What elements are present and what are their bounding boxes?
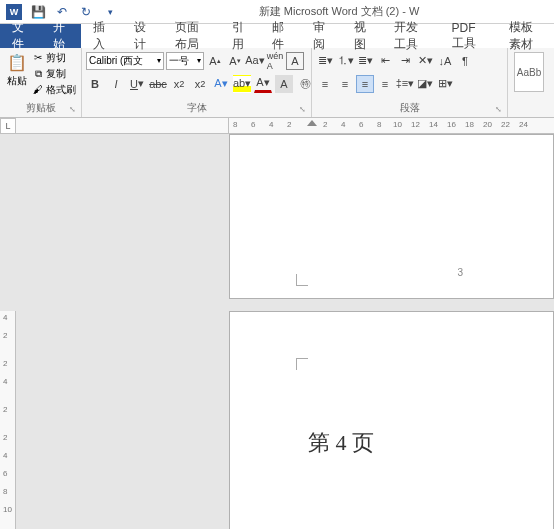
bullets-button[interactable]: ≣▾ — [316, 52, 334, 70]
tab-home[interactable]: 开始 — [41, 24, 82, 48]
char-border-button[interactable]: A — [286, 52, 304, 70]
numbering-button[interactable]: ⒈▾ — [336, 52, 354, 70]
decrease-indent-button[interactable]: ⇤ — [376, 52, 394, 70]
ruler-horizontal[interactable]: L 8 6 4 2 2 4 6 8 10 12 14 16 18 20 22 2… — [0, 118, 554, 134]
qat-more-icon[interactable]: ▾ — [102, 4, 118, 20]
group-paragraph: ≣▾ ⒈▾ ≣▾ ⇤ ⇥ ✕▾ ↓A ¶ ≡ ≡ ≡ ≡ ‡≡▾ ◪▾ ⊞▾ 段… — [312, 48, 508, 117]
grow-font-button[interactable]: A▴ — [206, 52, 224, 70]
page-previous[interactable]: 3 — [229, 134, 554, 299]
format-painter-label: 格式刷 — [46, 83, 76, 97]
ruler-tick: 18 — [465, 120, 474, 129]
ruler-vertical[interactable]: 4 2 2 4 2 2 4 6 8 10 — [0, 311, 16, 529]
align-justify-button[interactable]: ≡ — [356, 75, 374, 93]
redo-icon[interactable]: ↻ — [78, 4, 94, 20]
ruler-tick: 14 — [429, 120, 438, 129]
tab-view[interactable]: 视图 — [342, 24, 383, 48]
copy-label: 复制 — [46, 67, 66, 81]
ruler-tick: 10 — [393, 120, 402, 129]
shading-button[interactable]: ◪▾ — [416, 75, 434, 93]
show-marks-button[interactable]: ¶ — [456, 52, 474, 70]
cut-label: 剪切 — [46, 51, 66, 65]
format-painter-button[interactable]: 🖌格式刷 — [32, 82, 76, 97]
change-case-button[interactable]: Aa▾ — [246, 52, 264, 70]
tab-mailings[interactable]: 邮件 — [260, 24, 301, 48]
qat: W 💾 ↶ ↻ ▾ — [0, 4, 124, 20]
tab-review[interactable]: 审阅 — [301, 24, 342, 48]
font-name-combo[interactable]: Calibri (西文▾ — [86, 52, 164, 70]
phonetic-guide-button[interactable]: wénA — [266, 52, 284, 70]
page-body-text[interactable]: 第 4 页 — [308, 428, 374, 458]
ruler-h-scale: 8 6 4 2 2 4 6 8 10 12 14 16 18 20 22 24 — [229, 118, 554, 133]
style-preview[interactable]: AaBb — [514, 52, 544, 92]
tab-developer[interactable]: 开发工具 — [382, 24, 439, 48]
ruler-vtick: 2 — [3, 405, 7, 414]
clipboard-launcher-icon[interactable]: ⤡ — [69, 105, 79, 115]
save-icon[interactable]: 💾 — [30, 4, 46, 20]
cut-icon: ✂ — [32, 52, 44, 64]
undo-icon[interactable]: ↶ — [54, 4, 70, 20]
indent-marker-icon[interactable] — [307, 120, 317, 126]
sort-button[interactable]: ↓A — [436, 52, 454, 70]
shrink-font-button[interactable]: A▾ — [226, 52, 244, 70]
font-launcher-icon[interactable]: ⤡ — [299, 105, 309, 115]
text-effects-button[interactable]: A▾ — [212, 75, 230, 93]
align-center-button[interactable]: ≡ — [336, 75, 354, 93]
word-icon: W — [6, 4, 22, 20]
tab-references[interactable]: 引用 — [220, 24, 261, 48]
tab-file[interactable]: 文件 — [0, 24, 41, 48]
ruler-tick: 12 — [411, 120, 420, 129]
clipboard-group-label: 剪贴板 — [4, 101, 77, 115]
tab-design[interactable]: 设计 — [122, 24, 163, 48]
font-size-combo[interactable]: 一号▾ — [166, 52, 204, 70]
italic-button[interactable]: I — [107, 75, 125, 93]
ruler-vtick: 10 — [3, 505, 12, 514]
ruler-vtick: 4 — [3, 377, 7, 386]
page-current[interactable]: 第 4 页 — [229, 311, 554, 529]
document-area: L 8 6 4 2 2 4 6 8 10 12 14 16 18 20 22 2… — [0, 118, 554, 529]
superscript-button[interactable]: x2 — [191, 75, 209, 93]
tab-insert[interactable]: 插入 — [81, 24, 122, 48]
borders-button[interactable]: ⊞▾ — [436, 75, 454, 93]
ruler-tick: 6 — [359, 120, 363, 129]
font-color-button[interactable]: A▾ — [254, 75, 272, 93]
asian-layout-button[interactable]: ✕▾ — [416, 52, 434, 70]
brush-icon: 🖌 — [32, 84, 44, 96]
multilevel-button[interactable]: ≣▾ — [356, 52, 374, 70]
ruler-corner[interactable]: L — [0, 118, 16, 134]
ruler-vtick: 8 — [3, 487, 7, 496]
ruler-tick: 22 — [501, 120, 510, 129]
chevron-down-icon: ▾ — [157, 56, 161, 65]
underline-button[interactable]: U▾ — [128, 75, 146, 93]
ruler-tick: 4 — [269, 120, 273, 129]
tab-layout[interactable]: 页面布局 — [163, 24, 220, 48]
increase-indent-button[interactable]: ⇥ — [396, 52, 414, 70]
paste-button[interactable]: 📋 粘贴 — [4, 50, 30, 88]
line-spacing-button[interactable]: ‡≡▾ — [396, 75, 414, 93]
tab-templates[interactable]: 模板素材 — [497, 24, 554, 48]
copy-button[interactable]: ⧉复制 — [32, 66, 76, 81]
paragraph-group-label: 段落 — [316, 101, 503, 115]
cut-button[interactable]: ✂剪切 — [32, 50, 76, 65]
strike-button[interactable]: abc — [149, 75, 167, 93]
ribbon-tabs: 文件 开始 插入 设计 页面布局 引用 邮件 审阅 视图 开发工具 PDF工具 … — [0, 24, 554, 48]
page-number-prev: 3 — [457, 267, 463, 278]
font-size-value: 一号 — [169, 54, 189, 68]
group-font: Calibri (西文▾ 一号▾ A▴ A▾ Aa▾ wénA A B I U▾… — [82, 48, 312, 117]
subscript-button[interactable]: x2 — [170, 75, 188, 93]
ruler-tick: 8 — [233, 120, 237, 129]
paste-label: 粘贴 — [7, 74, 27, 88]
ruler-vtick: 2 — [3, 433, 7, 442]
highlight-button[interactable]: ab▾ — [233, 75, 251, 93]
char-shading-button[interactable]: A — [275, 75, 293, 93]
tab-pdf[interactable]: PDF工具 — [440, 24, 497, 48]
ruler-vtick: 4 — [3, 313, 7, 322]
align-distribute-button[interactable]: ≡ — [376, 75, 394, 93]
align-left-button[interactable]: ≡ — [316, 75, 334, 93]
ruler-vtick: 6 — [3, 469, 7, 478]
paragraph-launcher-icon[interactable]: ⤡ — [495, 105, 505, 115]
ruler-tick: 2 — [287, 120, 291, 129]
ruler-tick: 24 — [519, 120, 528, 129]
ruler-vtick: 4 — [3, 451, 7, 460]
bold-button[interactable]: B — [86, 75, 104, 93]
ribbon: 📋 粘贴 ✂剪切 ⧉复制 🖌格式刷 剪贴板 ⤡ Calibri (西文▾ 一号▾… — [0, 48, 554, 118]
